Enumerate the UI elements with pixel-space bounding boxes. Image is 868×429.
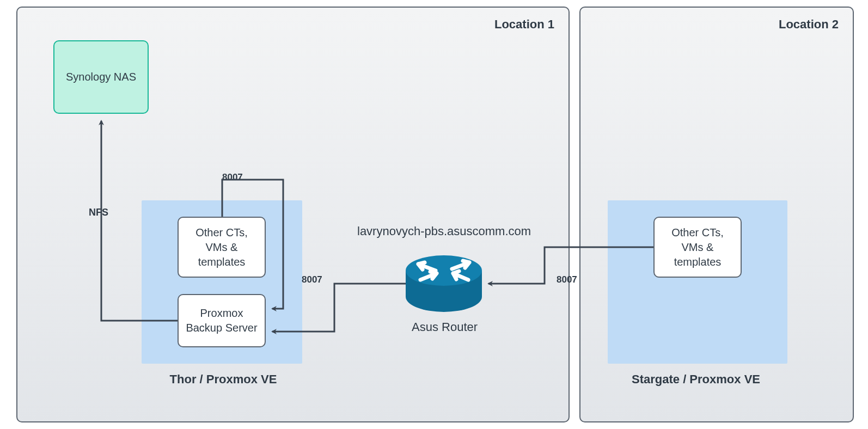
node-stargate-cts: Other CTs, VMs & templates xyxy=(653,217,742,278)
edge-port-remote-label: 8007 xyxy=(557,274,577,285)
node-thor-cts-label: Other CTs, VMs & templates xyxy=(195,225,248,269)
region-location-2-title: Location 2 xyxy=(779,17,839,32)
node-synology-nas-label: Synology NAS xyxy=(66,70,136,84)
node-pbs-label: Proxmox Backup Server xyxy=(186,306,257,335)
node-stargate-cts-label: Other CTs, VMs & templates xyxy=(671,225,724,269)
diagram-canvas: Location 1 Location 2 Synology NAS Thor … xyxy=(0,0,868,429)
router-domain-label: lavrynovych-pbs.asuscomm.com xyxy=(357,224,531,238)
router-name-label: Asus Router xyxy=(412,320,478,334)
host-thor-label: Thor / Proxmox VE xyxy=(142,372,305,387)
edge-port-self-label: 8007 xyxy=(222,172,243,183)
node-thor-cts: Other CTs, VMs & templates xyxy=(178,217,266,278)
node-pbs: Proxmox Backup Server xyxy=(178,294,266,347)
host-stargate-label: Stargate / Proxmox VE xyxy=(614,372,778,387)
edge-nfs-label: NFS xyxy=(89,207,108,218)
node-synology-nas: Synology NAS xyxy=(53,40,149,114)
edge-port-router-label: 8007 xyxy=(302,274,322,285)
region-location-1-title: Location 1 xyxy=(494,17,554,32)
